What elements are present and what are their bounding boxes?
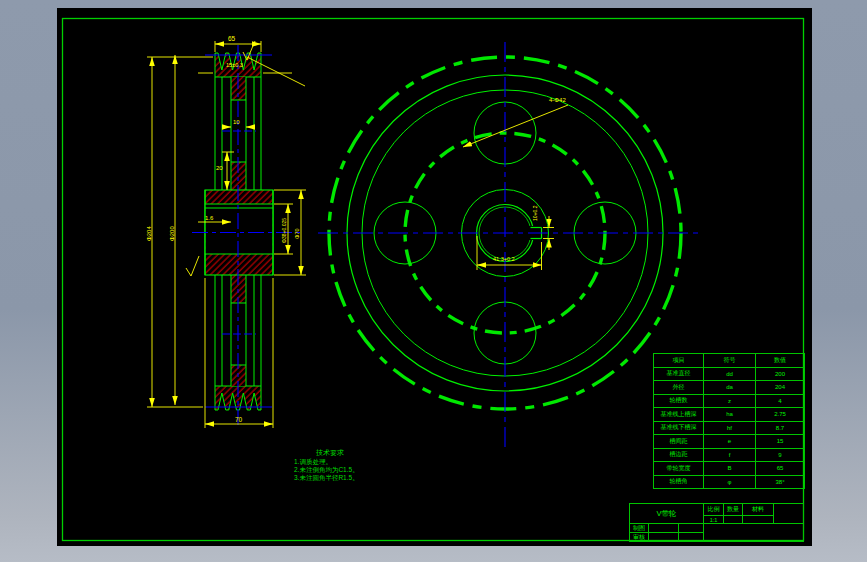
dim-rim-width: 65 [228, 36, 235, 43]
dim-hub-length: 70 [235, 417, 242, 424]
dim-bore-dia: Φ38+0.025 [282, 218, 287, 243]
dim-outer-dia: Φ204 [146, 226, 152, 241]
dim-boss: 20 [216, 165, 223, 171]
dim-groove-pitch: 15±0.3 [226, 63, 243, 69]
checker-cell [648, 532, 679, 542]
dim-hub-dia: Φ70 [295, 228, 301, 239]
titleblock-empty-bottomright [703, 523, 804, 542]
table-row: 带轮宽度B65 [654, 462, 805, 476]
dim-roughness: 1.6 [205, 215, 213, 221]
table-row: 槽间距e15 [654, 435, 805, 449]
dim-web-thickness: 10 [233, 119, 240, 125]
part-name: V带轮 [656, 509, 676, 519]
parameter-table: 项目符号数值 基准直径dd200 外径da204 轮槽数z4 基准线上槽深ha2… [653, 353, 805, 489]
tech-notes-title: 技术要求 [316, 449, 344, 456]
table-row: 轮槽角φ38° [654, 475, 805, 489]
table-row: 外径da204 [654, 381, 805, 395]
table-row: 项目符号数值 [654, 354, 805, 368]
table-row: 基准直径dd200 [654, 367, 805, 381]
tech-note-3: 3.未注圆角半径R1.5。 [294, 475, 359, 482]
dim-holes-note: 4-Φ42 [549, 97, 566, 103]
tech-note-1: 1.调质处理。 [294, 459, 332, 466]
cad-viewport[interactable]: 65 15±0.3 10 20 Φ204 Φ200 Φ38+0.025 Φ70 … [0, 0, 867, 562]
dim-datum-dia: Φ200 [169, 226, 175, 241]
checker-cell2 [678, 532, 704, 542]
table-row: 基准线上槽深ha2.75 [654, 408, 805, 422]
dim-keyway-depth: 41.3+0.2 [493, 257, 515, 263]
table-row: 基准线下槽深hf8.7 [654, 421, 805, 435]
tech-note-2: 2.未注倒角均为C1.5。 [294, 467, 359, 474]
part-name-cell: V带轮 [629, 503, 704, 524]
dim-keyway-width: 10+0.2 [533, 206, 538, 221]
checker-label-cell: 审核 [629, 532, 649, 542]
title-block: V带轮 比例 数量 材料 1:1 制图 审核 [629, 503, 804, 542]
table-row: 槽边距f9 [654, 448, 805, 462]
titleblock-empty-topright [773, 503, 804, 524]
table-row: 轮槽数z4 [654, 394, 805, 408]
